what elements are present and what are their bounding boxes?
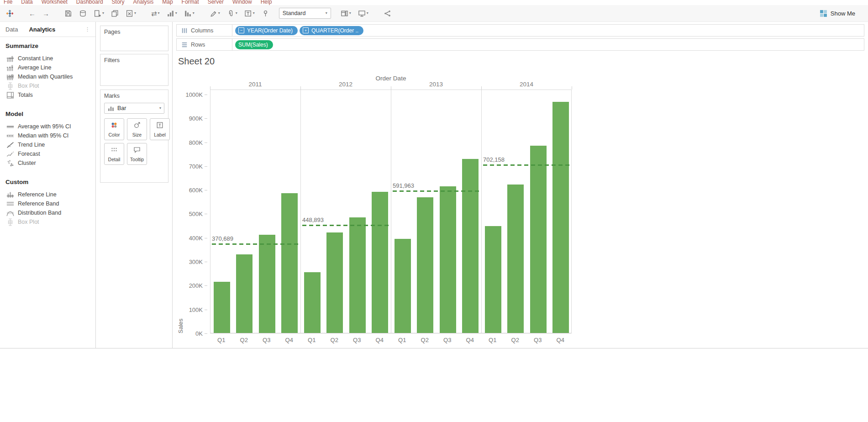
undo-button[interactable]: ← — [27, 9, 37, 18]
fit-selector[interactable]: Standard ▾ — [279, 8, 331, 19]
redo-button[interactable]: → — [41, 9, 51, 18]
menu-story[interactable]: Story — [112, 0, 125, 5]
analytics-item-median-with-95-ci[interactable]: Median with 95% CI — [0, 131, 95, 140]
tab-data[interactable]: Data — [5, 26, 18, 33]
bar-2012-Q3[interactable] — [349, 217, 366, 333]
bar-2014-Q4[interactable] — [552, 102, 569, 333]
chevron-down-icon: ▾ — [326, 11, 327, 15]
pages-shelf[interactable]: Pages — [100, 26, 168, 51]
analytics-item-trend-line[interactable]: Trend Line — [0, 140, 95, 149]
average-reference-line-2013[interactable] — [393, 190, 480, 192]
menu-analysis[interactable]: Analysis — [133, 0, 154, 5]
plus-box-icon[interactable]: + — [303, 27, 309, 33]
bar-2013-Q4[interactable] — [462, 159, 479, 333]
bar-2012-Q2[interactable] — [326, 232, 343, 333]
new-worksheet-button[interactable]: ▾ — [92, 8, 105, 19]
fix-axes-button[interactable] — [260, 8, 271, 19]
reference-band-icon — [6, 200, 14, 208]
detail-mark-button[interactable]: Detail — [104, 143, 124, 165]
average-reference-line-2011[interactable] — [212, 243, 299, 245]
analytics-item-label: Distribution Band — [18, 210, 61, 216]
save-button[interactable] — [63, 8, 74, 19]
menu-dashboard[interactable]: Dashboard — [76, 0, 103, 5]
analytics-item-reference-band[interactable]: Reference Band — [0, 199, 95, 208]
menu-data[interactable]: Data — [21, 0, 32, 5]
pill-quarter-order[interactable]: +QUARTER(Order .. — [300, 26, 363, 35]
rows-shelf[interactable]: Rows SUM(Sales) — [176, 38, 864, 51]
bar-2013-Q2[interactable] — [417, 197, 433, 333]
menu-format[interactable]: Format — [182, 0, 199, 5]
average-ci-icon — [6, 123, 14, 131]
group-members-button[interactable]: ▾ — [226, 8, 239, 19]
bar-2014-Q3[interactable] — [530, 146, 547, 333]
average-reference-line-2012[interactable] — [302, 225, 389, 226]
analytics-item-median-with-quartiles[interactable]: Median with Quartiles — [0, 72, 95, 81]
label-mark-button[interactable]: Label — [150, 118, 170, 140]
bar-2014-Q1[interactable] — [485, 226, 501, 333]
analytics-item-constant-line[interactable]: Constant Line — [0, 54, 95, 63]
new-data-source-button[interactable] — [78, 8, 88, 19]
detail-dots-icon — [110, 146, 118, 155]
highlight-button[interactable]: ▾ — [208, 8, 221, 19]
average-reference-line-2014[interactable] — [483, 164, 571, 166]
show-me-button[interactable]: Show Me — [820, 10, 855, 17]
analytics-item-label: Box Plot — [18, 83, 39, 89]
pane-boundary-tick — [481, 86, 482, 90]
bar-2011-Q4[interactable] — [281, 193, 298, 333]
bar-2012-Q4[interactable] — [372, 192, 388, 333]
year-label-2012: 2012 — [300, 81, 391, 88]
bar-2012-Q1[interactable] — [304, 272, 321, 333]
rows-icon — [181, 42, 188, 48]
presentation-mode-button[interactable]: ▾ — [357, 8, 370, 19]
columns-shelf[interactable]: Columns −YEAR(Order Date)+QUARTER(Order … — [176, 24, 864, 37]
panel-options-icon[interactable]: ⋮ — [85, 26, 90, 32]
sort-ascending-button[interactable]: ▾ — [165, 8, 179, 19]
sort-descending-button[interactable]: ▾ — [183, 8, 196, 19]
show-hide-cards-button[interactable]: ▾ — [339, 8, 352, 19]
analytics-item-label: Totals — [18, 92, 33, 98]
menu-help[interactable]: Help — [261, 0, 272, 5]
x-label-2012-Q3: Q3 — [346, 337, 368, 343]
pill-sum-sales[interactable]: SUM(Sales) — [235, 40, 273, 49]
median-ci-icon — [6, 132, 14, 140]
size-mark-button[interactable]: Size — [127, 118, 147, 140]
side-panel-tabs: Data Analytics ⋮ — [0, 22, 95, 37]
pill-year-order-date[interactable]: −YEAR(Order Date) — [235, 26, 298, 35]
share-button[interactable] — [382, 8, 393, 19]
analytics-item-cluster[interactable]: Cluster — [0, 158, 95, 168]
fit-selector-value: Standard — [283, 10, 306, 16]
analytics-item-label: Average Line — [18, 64, 51, 71]
bar-2013-Q3[interactable] — [440, 186, 456, 333]
color-mark-button[interactable]: Color — [104, 118, 124, 140]
year-pane-2013: 591,963 — [391, 90, 482, 333]
box-plot-icon — [6, 218, 14, 226]
analytics-item-totals[interactable]: Totals — [0, 90, 95, 100]
tab-analytics[interactable]: Analytics — [29, 26, 55, 33]
menu-window[interactable]: Window — [232, 0, 252, 5]
duplicate-sheet-button[interactable] — [110, 8, 120, 19]
minus-box-icon[interactable]: − — [238, 27, 244, 33]
menu-worksheet[interactable]: Worksheet — [42, 0, 68, 5]
analytics-item-average-line[interactable]: Average Line — [0, 63, 95, 72]
analytics-item-average-with-95-ci[interactable]: Average with 95% CI — [0, 122, 95, 131]
mark-type-dropdown[interactable]: Bar ▾ — [104, 103, 164, 114]
pane-boundary-tick — [391, 86, 391, 90]
menu-server[interactable]: Server — [208, 0, 224, 5]
forecast-icon — [6, 150, 14, 158]
menu-file[interactable]: File — [4, 0, 12, 5]
bar-2011-Q1[interactable] — [214, 282, 230, 333]
show-mark-labels-button[interactable]: ▾ — [243, 8, 256, 19]
clear-sheet-button[interactable]: ▾ — [124, 8, 137, 19]
analytics-item-distribution-band[interactable]: Distribution Band — [0, 208, 95, 217]
bar-2011-Q2[interactable] — [236, 254, 253, 333]
analytics-item-forecast[interactable]: Forecast — [0, 149, 95, 158]
menu-map[interactable]: Map — [162, 0, 173, 5]
bar-2014-Q2[interactable] — [507, 185, 524, 333]
bar-2011-Q3[interactable] — [259, 235, 275, 333]
analytics-item-reference-line[interactable]: Reference Line — [0, 190, 95, 199]
bar-2013-Q1[interactable] — [395, 239, 411, 333]
filters-shelf[interactable]: Filters — [100, 54, 168, 86]
tooltip-mark-button[interactable]: Tooltip — [127, 143, 147, 165]
toolbar: ←→▾▾⇄▾▾▾▾▾▾ Standard ▾ ▾▾ Show Me — [0, 5, 868, 22]
swap-rows-columns-button[interactable]: ⇄▾ — [150, 9, 161, 18]
